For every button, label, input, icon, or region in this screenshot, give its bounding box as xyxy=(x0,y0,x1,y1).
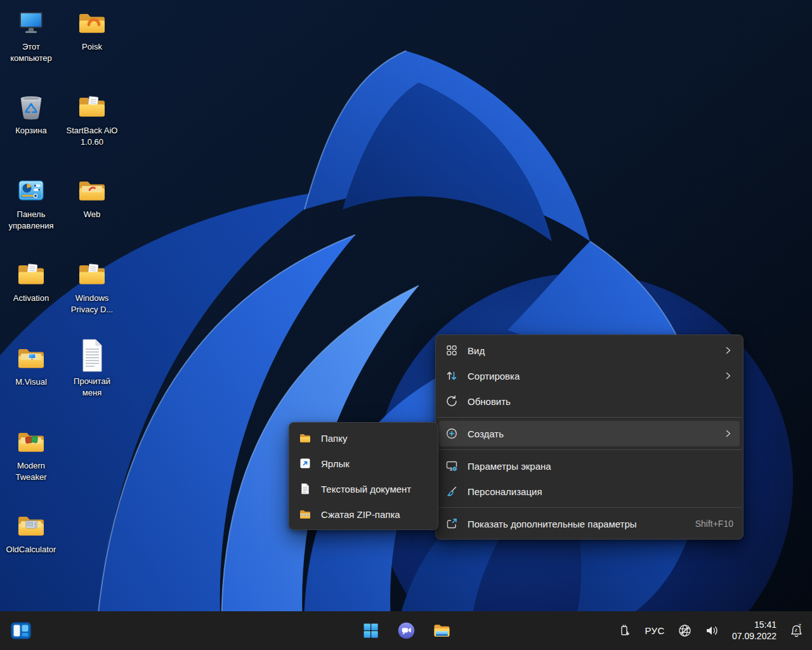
menu-item-label: Создать xyxy=(468,428,716,439)
desktop-icon-startback-aio[interactable]: StartBack AiO 1.0.60 xyxy=(62,91,122,149)
speaker-icon xyxy=(705,623,719,638)
text-file-icon xyxy=(78,338,106,373)
desktop-icon-label: Корзина xyxy=(1,125,61,136)
zip-folder-icon xyxy=(299,508,311,521)
start-button[interactable] xyxy=(357,617,384,644)
desktop-icon-mvisual[interactable]: M.Visual xyxy=(1,343,61,388)
taskbar: РУС xyxy=(0,611,812,650)
text-document-icon xyxy=(299,482,311,495)
desktop-icon-label: StartBack AiO 1.0.60 xyxy=(62,125,122,149)
desktop-icon-label: Modern Tweaker xyxy=(1,460,61,484)
personalize-brush-icon xyxy=(445,485,458,498)
menu-item-label: Персонализация xyxy=(468,486,733,497)
globe-no-internet-icon xyxy=(678,623,692,638)
folder-documents-icon xyxy=(77,91,107,122)
folder-search-icon xyxy=(77,8,107,38)
tray-usb-button[interactable] xyxy=(613,620,635,642)
recycle-bin-icon xyxy=(16,91,46,122)
menu-item-shortcut: Shift+F10 xyxy=(695,519,733,529)
desktop-icon-label: Windows Privacy D... xyxy=(62,293,122,316)
svg-text:z: z xyxy=(794,627,797,633)
desktop-icon-this-pc[interactable]: Этот компьютер xyxy=(1,8,61,65)
desktop-icon-activation[interactable]: Activation xyxy=(1,259,61,304)
submenu-item-text-document[interactable]: Текстовый документ xyxy=(292,476,435,501)
svg-text:z: z xyxy=(798,623,801,628)
submenu-item-label: Текстовый документ xyxy=(321,484,428,494)
menu-item-label: Показать дополнительные параметры xyxy=(468,519,683,529)
menu-item-sort[interactable]: Сортировка xyxy=(439,363,740,388)
submenu-item-shortcut[interactable]: Ярлык xyxy=(292,451,435,476)
menu-item-show-more-options[interactable]: Показать дополнительные параметры Shift+… xyxy=(439,511,740,536)
menu-item-new[interactable]: Создать xyxy=(439,421,740,446)
tray-language-button[interactable]: РУС xyxy=(641,625,669,636)
submenu-item-label: Сжатая ZIP-папка xyxy=(321,509,428,520)
new-plus-icon xyxy=(445,427,458,440)
menu-item-view[interactable]: Вид xyxy=(439,338,740,363)
new-submenu: Папку Ярлык Текстовый документ xyxy=(289,422,438,530)
folder-calculator-icon xyxy=(16,510,46,541)
desktop-icon-label: Прочитай меня xyxy=(62,376,122,399)
menu-separator xyxy=(437,449,742,450)
folder-documents-icon xyxy=(77,259,107,289)
widgets-button[interactable] xyxy=(8,617,34,644)
menu-item-label: Вид xyxy=(468,345,716,356)
submenu-item-folder[interactable]: Папку xyxy=(292,425,435,451)
desktop-icon-poisk[interactable]: Poisk xyxy=(62,8,122,53)
clock-date: 07.09.2022 xyxy=(732,631,776,642)
folder-icon xyxy=(299,432,311,444)
tray-volume-button[interactable] xyxy=(702,620,723,642)
folder-documents-icon xyxy=(16,259,46,289)
menu-item-label: Сортировка xyxy=(468,371,716,381)
desktop-icon-recycle-bin[interactable]: Корзина xyxy=(1,91,61,136)
chevron-right-icon xyxy=(723,345,733,355)
desktop-icon-label: Панель управления xyxy=(1,209,61,232)
more-options-icon xyxy=(445,517,458,530)
teams-chat-icon xyxy=(397,621,416,640)
menu-item-display-settings[interactable]: Параметры экрана xyxy=(439,453,740,479)
folder-web-icon xyxy=(77,175,107,206)
desktop-icon-control-panel[interactable]: Панель управления xyxy=(1,175,61,232)
wallpaper-bloom xyxy=(0,0,812,650)
desktop: Этот компьютер Poisk Корзина xyxy=(0,0,812,650)
desktop-icon-readme[interactable]: Прочитай меня xyxy=(62,340,122,399)
desktop-icon-label: M.Visual xyxy=(1,376,61,388)
bell-sleep-icon: z z xyxy=(789,623,804,639)
tray-network-button[interactable] xyxy=(674,620,696,642)
taskbar-clock[interactable]: 15:41 07.09.2022 xyxy=(729,620,780,642)
menu-item-personalize[interactable]: Персонализация xyxy=(439,479,740,504)
tray-focus-bell-button[interactable]: z z xyxy=(785,620,807,642)
usb-eject-icon xyxy=(617,624,631,638)
refresh-icon xyxy=(445,395,458,408)
desktop-icon-label: Web xyxy=(62,209,122,220)
desktop-icon-label: Poisk xyxy=(62,41,122,53)
desktop-icon-modern-tweaker[interactable]: Modern Tweaker xyxy=(1,427,61,484)
desktop-icon-web[interactable]: Web xyxy=(62,175,122,220)
submenu-item-zip-folder[interactable]: Сжатая ZIP-папка xyxy=(292,501,435,527)
desktop-icon-oldcalculator[interactable]: OldCalculator xyxy=(1,510,61,555)
menu-item-refresh[interactable]: Обновить xyxy=(439,388,740,414)
folder-app-icon xyxy=(16,343,46,373)
control-panel-icon xyxy=(16,175,46,206)
menu-item-label: Обновить xyxy=(468,396,733,407)
menu-separator xyxy=(437,507,742,508)
chat-button[interactable] xyxy=(393,617,419,644)
desktop-icon-windows-privacy[interactable]: Windows Privacy D... xyxy=(62,259,122,316)
windows-start-icon xyxy=(363,623,379,639)
context-menu: Вид Сортировка Обновить xyxy=(435,335,743,540)
folder-cubes-icon xyxy=(16,427,46,457)
shortcut-icon xyxy=(299,457,311,470)
menu-separator xyxy=(437,417,742,418)
desktop-icon-label: Этот компьютер xyxy=(1,41,61,65)
widgets-icon xyxy=(11,622,31,639)
menu-item-label: Параметры экрана xyxy=(468,461,733,472)
file-explorer-icon xyxy=(433,621,451,640)
explorer-button[interactable] xyxy=(428,617,455,644)
sort-arrows-icon xyxy=(445,369,458,382)
view-grid-icon xyxy=(445,344,458,357)
desktop-icon-label: OldCalculator xyxy=(1,544,61,555)
submenu-item-label: Ярлык xyxy=(321,458,428,469)
chevron-right-icon xyxy=(723,428,733,439)
submenu-item-label: Папку xyxy=(321,433,428,444)
desktop-icon-label: Activation xyxy=(1,293,61,304)
this-pc-icon xyxy=(16,8,46,38)
